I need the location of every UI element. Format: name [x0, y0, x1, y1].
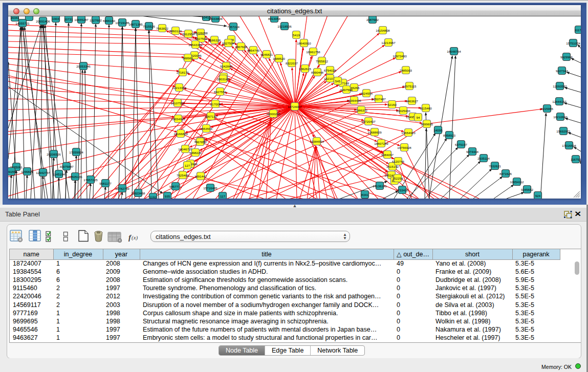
svg-text:18807249: 18807249: [374, 142, 388, 145]
svg-text:7632621: 7632621: [489, 164, 502, 168]
svg-text:7955812: 7955812: [316, 59, 329, 63]
svg-text:14136141: 14136141: [373, 184, 387, 188]
svg-text:3267130: 3267130: [205, 115, 217, 118]
svg-text:16341: 16341: [10, 16, 19, 19]
svg-text:14055721: 14055721: [15, 21, 30, 25]
svg-text:9463627: 9463627: [406, 99, 419, 103]
svg-text:1903: 1903: [52, 17, 59, 20]
svg-text:7515526: 7515526: [143, 25, 156, 28]
svg-text:18640910: 18640910: [297, 41, 311, 45]
svg-text:117: 117: [220, 194, 225, 198]
svg-text:12505135: 12505135: [68, 175, 82, 179]
svg-text:12444157: 12444157: [552, 100, 567, 103]
svg-text:11173: 11173: [575, 28, 581, 32]
svg-text:1588520: 1588520: [273, 57, 286, 60]
svg-text:9581177: 9581177: [99, 182, 112, 185]
svg-text:16210643: 16210643: [553, 115, 568, 119]
svg-text:15720407: 15720407: [361, 120, 376, 123]
svg-text:8958923: 8958923: [443, 134, 456, 137]
svg-text:9857771: 9857771: [169, 185, 182, 188]
svg-text:20691406: 20691406: [36, 19, 50, 23]
svg-text:6497568: 6497568: [340, 88, 353, 92]
svg-text:5419: 5419: [293, 33, 300, 37]
svg-text:9245652: 9245652: [521, 188, 534, 191]
svg-text:20364436: 20364436: [347, 99, 361, 102]
svg-text:10507487: 10507487: [372, 97, 386, 101]
svg-text:9242843: 9242843: [220, 64, 233, 68]
svg-text:8471626: 8471626: [499, 172, 512, 176]
svg-text:86785: 86785: [195, 140, 205, 144]
svg-text:8813054: 8813054: [268, 17, 281, 20]
svg-text:116753: 116753: [571, 158, 581, 161]
svg-text:10688609: 10688609: [367, 130, 382, 134]
svg-text:6966160: 6966160: [103, 19, 116, 23]
svg-text:5498222: 5498222: [189, 151, 202, 155]
svg-text:15692971: 15692971: [556, 129, 571, 133]
svg-text:19166829: 19166829: [173, 132, 188, 136]
svg-text:62160: 62160: [387, 103, 397, 106]
svg-text:6379197: 6379197: [455, 143, 468, 146]
svg-text:1733426: 1733426: [396, 188, 409, 192]
svg-text:8912958: 8912958: [182, 32, 195, 36]
svg-text:1156829: 1156829: [21, 170, 33, 173]
svg-text:1145194: 1145194: [53, 172, 65, 176]
svg-text:19218506: 19218506: [277, 25, 292, 28]
svg-text:18300295: 18300295: [266, 112, 280, 116]
svg-text:16033809: 16033809: [208, 17, 223, 20]
svg-text:10025433: 10025433: [396, 109, 410, 113]
svg-text:1553594: 1553594: [200, 127, 213, 130]
svg-text:20206526: 20206526: [47, 152, 61, 156]
svg-text:2367608: 2367608: [235, 45, 248, 49]
svg-text:545: 545: [335, 79, 341, 83]
svg-text:9327504: 9327504: [222, 41, 235, 45]
svg-text:924: 924: [535, 194, 541, 198]
svg-text:2803144: 2803144: [217, 77, 230, 81]
svg-text:6794028: 6794028: [324, 69, 337, 72]
svg-text:98226058: 98226058: [193, 31, 208, 35]
svg-text:10654112: 10654112: [510, 180, 524, 184]
svg-text:16107552: 16107552: [170, 101, 185, 105]
svg-text:2718176: 2718176: [177, 71, 189, 74]
svg-text:8341: 8341: [361, 193, 368, 196]
svg-text:17359924: 17359924: [69, 150, 83, 154]
svg-text:94: 94: [417, 116, 420, 119]
svg-text:10719185: 10719185: [115, 21, 129, 25]
svg-text:252254: 252254: [393, 177, 403, 180]
svg-text:10782759: 10782759: [115, 187, 129, 190]
svg-text:10655287: 10655287: [74, 18, 89, 21]
svg-text:30975887: 30975887: [59, 165, 74, 168]
svg-text:9699695: 9699695: [421, 122, 433, 126]
svg-text:15716485: 15716485: [203, 186, 217, 190]
svg-text:7357224: 7357224: [227, 25, 240, 29]
svg-text:14095: 14095: [433, 128, 443, 132]
svg-text:16543382: 16543382: [188, 43, 203, 47]
svg-text:12093582: 12093582: [553, 84, 567, 88]
svg-text:11923468: 11923468: [131, 191, 145, 195]
svg-text:7625402: 7625402: [177, 173, 189, 177]
svg-text:16961758: 16961758: [306, 50, 320, 54]
svg-text:(x): (x): [132, 234, 138, 241]
svg-text:8322037: 8322037: [286, 61, 298, 65]
svg-text:7386372: 7386372: [355, 108, 368, 112]
svg-text:19654925: 19654925: [171, 117, 185, 121]
svg-text:7485003: 7485003: [400, 69, 412, 72]
svg-text:16046725: 16046725: [178, 147, 192, 151]
svg-text:1192: 1192: [149, 195, 157, 199]
svg-text:12942737: 12942737: [36, 171, 50, 174]
svg-text:16154808: 16154808: [376, 29, 390, 32]
svg-text:8990448: 8990448: [311, 71, 324, 74]
svg-text:2087682: 2087682: [366, 18, 379, 21]
svg-text:16648764: 16648764: [447, 50, 461, 53]
svg-text:9929966: 9929966: [560, 55, 573, 59]
svg-text:9115460: 9115460: [420, 106, 432, 110]
svg-text:19654923: 19654923: [401, 131, 416, 135]
svg-text:20731: 20731: [64, 17, 73, 21]
svg-text:8215955: 8215955: [541, 107, 554, 111]
svg-text:9227343: 9227343: [556, 69, 569, 73]
svg-text:39159: 39159: [8, 170, 16, 173]
svg-text:1527602: 1527602: [90, 18, 102, 22]
svg-text:12975115: 12975115: [402, 84, 417, 88]
svg-text:935: 935: [165, 194, 170, 198]
svg-text:2935114: 2935114: [477, 157, 490, 160]
svg-text:7663822: 7663822: [156, 27, 169, 30]
